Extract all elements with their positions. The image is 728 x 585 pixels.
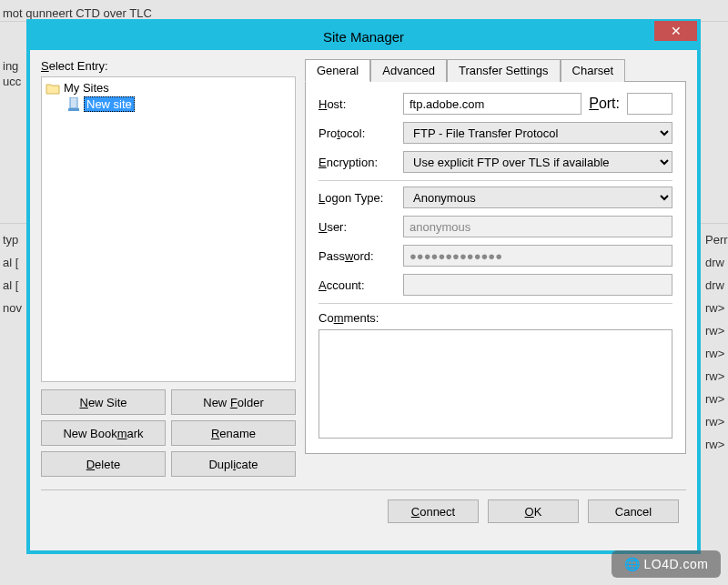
- new-site-button[interactable]: New Site: [41, 389, 166, 415]
- tab-panel-general: Host: Port: Protocol: FTP - File Transfe…: [305, 82, 686, 454]
- new-folder-button[interactable]: New Folder: [171, 389, 296, 415]
- port-label: Port:: [589, 96, 620, 112]
- password-label: Password:: [318, 249, 396, 263]
- host-input[interactable]: [403, 93, 581, 115]
- site-tree[interactable]: My Sites New site: [41, 76, 296, 382]
- tree-root-label: My Sites: [64, 81, 109, 95]
- bg-text: mot qunneert CTD over TLC: [3, 6, 152, 20]
- host-label: Host:: [318, 97, 396, 111]
- divider: [318, 180, 672, 181]
- user-label: User:: [318, 220, 396, 234]
- bg-text: drw: [705, 278, 724, 292]
- bg-text: al [: [3, 278, 18, 292]
- new-bookmark-button[interactable]: New Bookmark: [41, 420, 166, 446]
- tab-general[interactable]: General: [305, 59, 370, 82]
- bg-text: nov: [3, 301, 22, 315]
- bg-text: al [: [3, 256, 18, 269]
- rename-button[interactable]: Rename: [171, 420, 296, 446]
- svg-rect-1: [68, 108, 79, 111]
- divider: [318, 303, 672, 304]
- tabs: General Advanced Transfer Settings Chars…: [305, 59, 686, 82]
- site-manager-dialog: Site Manager ✕ Select Entry: My Sites: [26, 19, 701, 554]
- comments-textarea[interactable]: [318, 329, 672, 439]
- ok-button[interactable]: OK: [488, 499, 579, 523]
- comments-label: Comments:: [318, 311, 379, 325]
- folder-icon: [46, 82, 60, 95]
- svg-rect-0: [70, 97, 77, 108]
- tab-transfer-settings[interactable]: Transfer Settings: [447, 59, 561, 82]
- watermark-text: 🌐 LO4D.com: [624, 557, 709, 571]
- tree-root-my-sites[interactable]: My Sites: [46, 81, 291, 95]
- user-input: [403, 216, 672, 237]
- logon-type-select[interactable]: Anonymous: [403, 187, 672, 208]
- bg-text: rw>: [705, 324, 724, 338]
- protocol-label: Protocol:: [318, 126, 396, 140]
- connect-button[interactable]: Connect: [388, 499, 479, 523]
- bottom-divider: [41, 489, 686, 490]
- duplicate-button[interactable]: Duplicate: [171, 451, 296, 477]
- delete-button[interactable]: Delete: [41, 451, 166, 477]
- tab-charset[interactable]: Charset: [561, 59, 626, 82]
- cancel-button[interactable]: Cancel: [588, 499, 679, 523]
- close-button[interactable]: ✕: [654, 21, 697, 41]
- account-input: [403, 274, 672, 296]
- tab-advanced[interactable]: Advanced: [370, 59, 447, 82]
- watermark: 🌐 LO4D.com: [612, 550, 721, 578]
- close-icon: ✕: [671, 24, 682, 38]
- account-label: Account:: [318, 278, 396, 292]
- titlebar[interactable]: Site Manager ✕: [30, 23, 697, 50]
- encryption-select[interactable]: Use explicit FTP over TLS if available: [403, 151, 672, 173]
- bg-text: rw>: [705, 415, 724, 429]
- password-input: [403, 245, 672, 267]
- bg-text: rw>: [705, 369, 724, 383]
- bg-text: rw>: [705, 438, 724, 451]
- port-input[interactable]: [627, 93, 672, 115]
- bg-text: ing: [3, 59, 18, 73]
- bg-text: rw>: [705, 347, 724, 360]
- dialog-title: Site Manager: [323, 29, 404, 45]
- bg-text: rw>: [705, 301, 724, 315]
- bg-text: rw>: [705, 392, 724, 406]
- tree-item-label: New site: [84, 96, 135, 112]
- logon-type-label: Logon Type:: [318, 191, 396, 205]
- server-icon: [67, 97, 80, 112]
- select-entry-label: Select Entry:: [41, 59, 296, 73]
- protocol-select[interactable]: FTP - File Transfer Protocol: [403, 122, 672, 144]
- encryption-label: Encryption:: [318, 156, 396, 169]
- bg-text: Perr: [705, 233, 728, 247]
- tree-item-new-site[interactable]: New site: [67, 96, 291, 112]
- bg-text: drw: [705, 256, 724, 269]
- bg-text: typ: [3, 233, 18, 247]
- bg-text: ucc: [3, 75, 21, 88]
